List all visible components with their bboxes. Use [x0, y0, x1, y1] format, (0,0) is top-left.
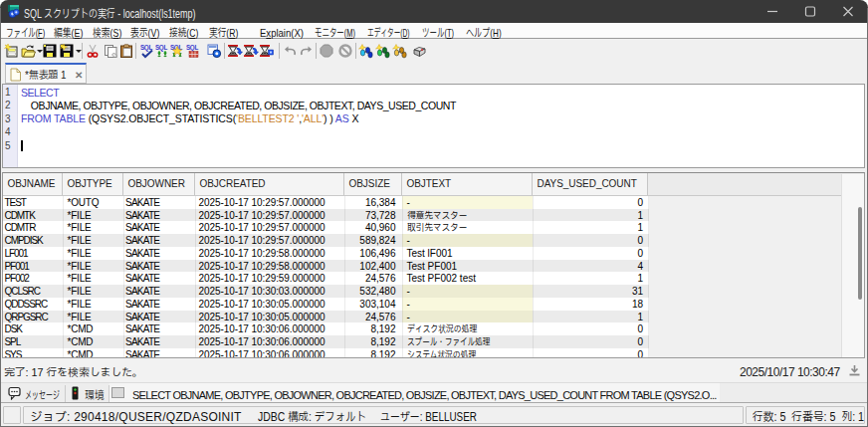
- svg-text:SQL: SQL: [155, 44, 167, 52]
- svg-text:SQL: SQL: [186, 44, 198, 52]
